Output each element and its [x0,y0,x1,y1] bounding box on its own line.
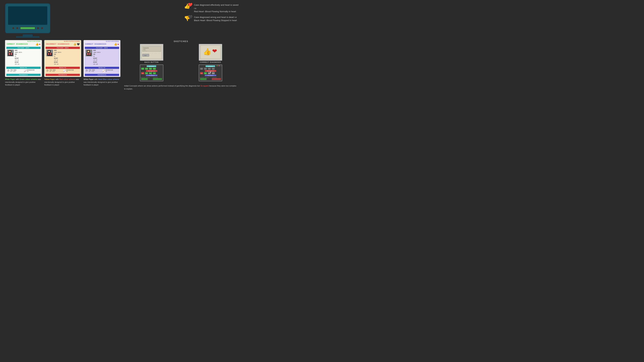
svg-text:PRESCRIPTION: PRESCRIPTION [148,70,155,71]
svg-rect-11 [88,51,89,52]
card2-patient-details: NAME JAMES SMITH AGE 60 HEIGHT 175 cm WE… [54,50,61,65]
svg-text:Perf: Perf [221,66,222,66]
card1-heart-icon: ❤ [39,43,40,46]
card1-caption-with: with [16,78,20,80]
sketch-diag-item: 👍 ❤ CORRECT DIAGNOSIS [182,44,239,63]
card2-avatar [46,50,53,56]
card2-caption-scheme: Red colour scheme [59,78,75,80]
svg-text:warf: warf [142,73,143,74]
card2-patient-header: PATIENT INFO [46,47,80,49]
card3: BLOOD FLOW NORMAL CORRECT DIAGNOISIS 👍 ❤… [84,40,120,77]
card3-caption-scheme: Inked Blue colour scheme [98,78,119,80]
top-row: 👍 ❤️ Case diagnosed effectively and hear… [5,3,239,38]
card1-opt-result: 📈 OPTIMIZATION 30 [24,69,40,72]
svg-text:LAB TESTS: LAB TESTS [149,66,154,67]
card2-prognosis-section: PROGNOSIS This is where the text like bl… [46,74,80,77]
card3-opt-text: OPTIMIZATION 30 [106,69,113,72]
svg-rect-55 [153,78,162,80]
card3-avatar [86,50,92,56]
card2-caption: Yellow Paper with Red colour scheme was … [44,78,81,115]
card1-clock-icon: ⏱ [7,69,10,72]
svg-text:← Back: ← Back [143,55,147,56]
card2-clock-icon: ⏱ [46,69,49,72]
monitor [5,3,50,33]
card2-patient-body: NAME JAMES SMITH AGE 60 HEIGHT 175 cm WE… [46,49,80,66]
svg-text:Willie: Willie [143,49,146,50]
page-layout: 👍 ❤️ Case diagnosed effectively and hear… [0,0,244,118]
sketch-back-item: Correct Dr Willie - - - - - - ← Back BAC… [123,44,180,63]
card3-time-text: TIME TAKEN 30s /120s [89,69,95,72]
card3-patient-header: PATIENT INFO [85,47,119,49]
card2-results-header: RESULTS [46,67,80,69]
card3-flow-label: BLOOD FLOW NORMAL [84,40,120,42]
card1-patient-body: NAME JAMES SMITH AGE 30 HEIGHT 175 cm WE… [6,49,40,66]
card3-caption-rest: was intentionally designed to give posit… [84,81,118,86]
card3-title: CORRECT DIAGNOISIS [85,43,106,45]
card2-caption-paper: Yellow Paper [44,78,55,80]
card3-prognosis-section: PROGNOSIS This is where the text like bl… [85,74,119,77]
card2-heart-icon: 🖤 [77,43,80,46]
svg-rect-13 [87,53,88,55]
svg-text:❤: ❤ [212,48,217,54]
svg-rect-14 [89,53,90,55]
svg-text:ambul: ambul [142,68,144,69]
card2-caption-with: with [56,78,59,80]
card1-results-header: RESULTS [6,67,40,69]
sketches-grid: Correct Dr Willie - - - - - - ← Back BAC… [123,44,239,81]
monitor-dot-1 [12,27,14,29]
card3-opt-result: 📈 OPTIMIZATION 30 [102,69,118,72]
svg-text:Discuss patient - Cardioversio: Discuss patient - Cardioversion [200,77,209,78]
svg-rect-84 [212,78,221,80]
card1-title-bar: CORRECT DIAGNOISIS 👍 ❤ [5,42,42,46]
card3-title-bar: CORRECT DIAGNOISIS 👍 ❤ [84,42,120,46]
main-row: BLOOD FLOW NORMAL CORRECT DIAGNOISIS 👍 ❤… [5,40,239,115]
monitor-area [5,3,50,38]
svg-rect-9 [50,53,51,55]
card2-flow-label: BLOOD STOPPED FLOWING [44,40,81,42]
card2-prognosis-body: This is where the text like blah blah bl… [46,76,80,77]
svg-rect-1 [9,51,11,52]
svg-rect-6 [48,51,50,52]
card3-prognosis-body: This is where the text like blah blah bl… [85,76,119,77]
sketch-flow2-image: LAB TESTS ambul t-Lead transf transo [199,64,222,81]
svg-text:Continue Drugs: Continue Drugs [153,77,158,78]
card1-opt-text: OPTIMIZATION 30 [27,69,34,72]
svg-text:holter: holter [150,73,151,74]
svg-text:FOLLOW UP: FOLLOW UP [208,75,213,76]
svg-text:apix: apix [205,73,206,74]
svg-rect-3 [9,53,10,55]
svg-text:transf: transf [208,68,210,69]
legend-good-text: Case diagnosed effectively and heart is … [194,3,239,13]
card2-chart-icon: 📈 [63,69,66,72]
sketch-diag-image: 👍 ❤ [199,44,222,61]
scrapped-highlight: Scrapped [200,85,209,87]
sketch-flow1-image: LAB TESTS ambul t-Lead transf transo [140,64,163,81]
card2-results-body: ⏱ TIME TAKEN 30s /120s 📈 OPTIMIZATION 30 [46,69,80,73]
svg-text:warf: warf [201,73,202,74]
svg-text:transf: transf [150,68,152,69]
card1-caption: White Paper with Green colour scheme was… [5,78,42,115]
monitor-dot-4 [41,27,43,29]
legend-bad-text: Case diagnosed wrong and heart is dead i… [194,15,237,22]
card3-time-result: ⏱ TIME TAKEN 30s /120s [86,69,102,72]
card3-wrapper: BLOOD FLOW NORMAL CORRECT DIAGNOISIS 👍 ❤… [84,40,120,115]
card1-results-body: ⏱ TIME TAKEN 30s /120s 📈 OPTIMIZATION 30 [6,69,40,73]
card1-prognosis-body: This is where the text like blah blah bl… [6,76,40,77]
card3-results-body: ⏱ TIME TAKEN 30s /120s 📈 OPTIMIZATION 30 [85,69,119,73]
card3-chart-icon: 📈 [102,69,105,72]
card3-patient-details: NAME JAMES SMITH AGE 30 HEIGHT 175 CM WE… [93,50,100,65]
card1-time-text: TIME TAKEN 30s /120s [10,69,16,72]
card2-title: INCORRECT DIAGNOISIS [46,43,70,45]
thumbs-down-heart-icon: 👎 🖤 [183,15,191,21]
card3-patient-section: PATIENT INFO NAME JA [85,47,119,66]
card2-patient-section: PATIENT INFO NAME JA [46,47,80,66]
thumbs-up-heart-icon: 👍 ❤️ [183,3,191,9]
svg-text:anti: anti [213,73,214,74]
svg-text:apix: apix [146,73,147,74]
card2: BLOOD STOPPED FLOWING INCORRECT DIAGNOIS… [44,40,81,77]
card3-thumb-icon: 👍 [114,42,118,46]
card3-clock-icon: ⏱ [86,69,88,72]
svg-text:FOLLOW UP: FOLLOW UP [148,75,154,76]
sketch-back-image: Correct Dr Willie - - - - - - ← Back [140,44,163,61]
svg-text:t-Lead: t-Lead [204,68,206,69]
